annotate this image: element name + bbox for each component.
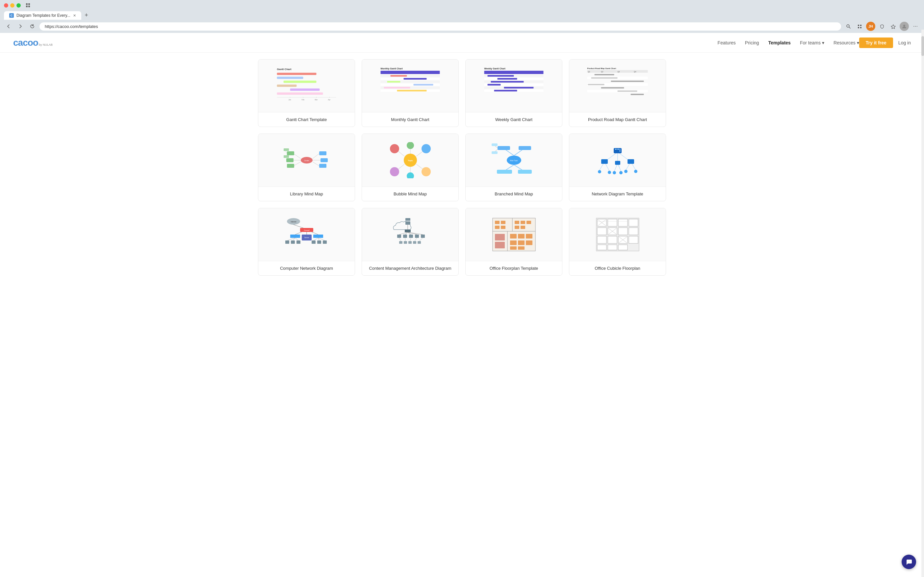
- svg-rect-50: [488, 75, 514, 77]
- template-preview-branched-mind-map: Main Topic: [466, 134, 562, 187]
- svg-rect-207: [495, 242, 505, 248]
- svg-text:Q4: Q4: [634, 71, 636, 73]
- svg-rect-0: [26, 3, 27, 5]
- new-tab-button[interactable]: +: [82, 11, 91, 20]
- svg-text:Main Topic: Main Topic: [510, 160, 518, 161]
- nav-features[interactable]: Features: [718, 40, 736, 45]
- svg-rect-51: [498, 78, 517, 80]
- template-title-office-cubicle: Office Cubicle Floorplan: [569, 261, 666, 276]
- forward-button[interactable]: [16, 22, 25, 31]
- reload-button[interactable]: [27, 22, 37, 31]
- svg-rect-83: [287, 164, 294, 168]
- template-card-monthly-gantt[interactable]: Monthly Gantt Chart: [362, 59, 459, 127]
- back-button[interactable]: [4, 22, 13, 31]
- scrollbar[interactable]: [921, 30, 924, 577]
- svg-rect-208: [510, 234, 517, 239]
- svg-rect-79: [287, 152, 294, 155]
- svg-rect-43: [484, 71, 543, 74]
- svg-rect-209: [518, 234, 524, 239]
- svg-line-164: [318, 238, 325, 240]
- svg-point-97: [390, 144, 399, 153]
- office-cubicle-svg: [595, 215, 641, 254]
- template-card-library-mind-map[interactable]: Center: [258, 134, 355, 201]
- svg-text:Server: Server: [304, 237, 309, 239]
- svg-line-187: [399, 238, 401, 241]
- maximize-button[interactable]: [16, 3, 21, 8]
- svg-point-105: [421, 167, 431, 176]
- template-card-network-diagram[interactable]: Network Diagram Template: [569, 134, 666, 201]
- svg-line-158: [295, 238, 298, 240]
- minimize-button[interactable]: [10, 3, 15, 8]
- nav-for-teams[interactable]: For teams ▾: [800, 40, 824, 45]
- tab-close-icon[interactable]: ✕: [73, 13, 76, 18]
- extensions-button[interactable]: [855, 22, 864, 31]
- template-card-office-floorplan[interactable]: Office Floorplan Template: [465, 208, 562, 276]
- svg-rect-75: [631, 94, 644, 95]
- svg-text:Feb: Feb: [302, 99, 305, 101]
- chat-button[interactable]: [901, 554, 916, 569]
- svg-rect-18: [277, 92, 323, 95]
- svg-rect-133: [617, 149, 619, 150]
- svg-rect-13: [277, 73, 316, 75]
- svg-rect-16: [277, 85, 297, 87]
- svg-rect-212: [518, 240, 524, 245]
- template-preview-monthly-gantt: Monthly Gantt Chart: [362, 60, 458, 112]
- user-avatar[interactable]: JH: [866, 22, 875, 31]
- svg-text:Internet: Internet: [290, 221, 297, 223]
- svg-rect-9: [860, 27, 861, 28]
- grid-icon: [25, 3, 31, 8]
- template-preview-product-roadmap: Product Road Map Gantt Chart Q1 Q2 Q3 Q4: [569, 60, 666, 112]
- more-button[interactable]: ⋯: [911, 22, 920, 31]
- svg-rect-200: [501, 226, 505, 229]
- svg-rect-210: [526, 234, 532, 239]
- try-free-button[interactable]: Try it free: [859, 37, 893, 48]
- shield-button[interactable]: [877, 22, 887, 31]
- template-card-branched-mind-map[interactable]: Main Topic: [465, 134, 562, 201]
- svg-rect-159: [311, 240, 316, 244]
- svg-rect-91: [284, 148, 289, 151]
- template-card-bubble-mind-map[interactable]: Topic: [362, 134, 459, 201]
- svg-rect-117: [518, 170, 532, 174]
- svg-rect-204: [514, 226, 519, 229]
- login-link[interactable]: Log in: [898, 40, 911, 45]
- template-preview-office-floorplan: [466, 208, 562, 261]
- svg-rect-40: [384, 87, 410, 89]
- svg-rect-15: [284, 81, 316, 83]
- svg-line-148: [293, 225, 303, 228]
- svg-rect-135: [601, 159, 608, 164]
- svg-rect-168: [405, 221, 410, 225]
- svg-rect-213: [526, 240, 532, 245]
- logo[interactable]: cacoo by NULAB: [13, 37, 53, 48]
- search-button[interactable]: [844, 22, 853, 31]
- close-button[interactable]: [4, 3, 8, 8]
- template-card-product-roadmap[interactable]: Product Road Map Gantt Chart Q1 Q2 Q3 Q4: [569, 59, 666, 127]
- nav-links: Features Pricing Templates For teams ▾ R…: [718, 40, 859, 46]
- template-card-content-management[interactable]: Content Management Architecture Diagram: [362, 208, 459, 276]
- template-card-gantt-chart[interactable]: Gantt Chart Jan: [258, 59, 355, 127]
- template-card-computer-network[interactable]: Internet Firewall: [258, 208, 355, 276]
- template-title-weekly-gantt: Weekly Gantt Chart: [466, 112, 562, 127]
- svg-rect-36: [390, 75, 407, 77]
- svg-point-139: [608, 171, 611, 174]
- svg-rect-70: [591, 77, 618, 79]
- browser-tabs: C Diagram Templates for Every... ✕ +: [4, 11, 920, 20]
- svg-rect-154: [291, 240, 295, 244]
- svg-rect-198: [501, 221, 505, 224]
- svg-point-142: [613, 171, 616, 174]
- nav-resources[interactable]: Resources ▾: [834, 40, 859, 45]
- svg-rect-183: [404, 241, 407, 244]
- svg-line-189: [410, 238, 411, 241]
- address-input[interactable]: [39, 23, 841, 31]
- profile-icon[interactable]: [900, 22, 909, 31]
- nav-pricing[interactable]: Pricing: [745, 40, 759, 45]
- template-card-weekly-gantt[interactable]: Weekly Gantt Chart: [465, 59, 562, 127]
- template-card-office-cubicle[interactable]: Office Cubicle Floorplan: [569, 208, 666, 276]
- svg-rect-38: [387, 81, 400, 82]
- svg-rect-149: [290, 235, 300, 238]
- active-tab[interactable]: C Diagram Templates for Every... ✕: [4, 11, 81, 20]
- bookmark-button[interactable]: [889, 22, 898, 31]
- svg-line-162: [314, 238, 318, 240]
- scrollbar-thumb[interactable]: [921, 36, 924, 56]
- nav-templates[interactable]: Templates: [768, 40, 791, 45]
- template-title-network-diagram: Network Diagram Template: [569, 187, 666, 201]
